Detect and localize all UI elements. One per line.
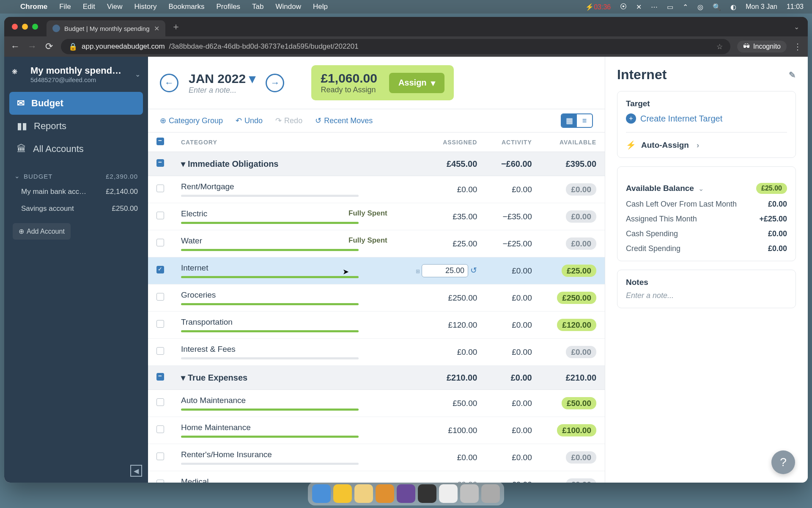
available-pill[interactable]: £0.00 [566,478,596,483]
available-pill[interactable]: £0.00 [566,237,596,250]
available-pill[interactable]: £0.00 [566,451,596,464]
notes-input[interactable]: Enter a note... [626,291,787,300]
search-icon[interactable]: 🔍 [713,3,721,11]
view-toggle[interactable]: ▦ ≡ [561,113,593,128]
category-cell[interactable]: Water Fully Spent [173,230,396,257]
assigned-value[interactable]: £50.00 [453,399,477,408]
dock-app-icon[interactable] [439,484,458,503]
control-center-icon[interactable]: ◎ [697,3,703,11]
assigned-value[interactable]: £35.00 [453,212,477,221]
row-checkbox[interactable] [156,212,164,219]
available-pill[interactable]: £250.00 [557,292,596,304]
menubar-time[interactable]: 11:03 [787,3,804,11]
menu-edit[interactable]: Edit [83,3,95,11]
assigned-value[interactable]: £0.00 [457,453,477,462]
row-checkbox[interactable] [156,266,164,273]
forward-button[interactable]: → [27,41,37,52]
col-activity[interactable]: ACTIVITY [486,133,540,152]
activity-value[interactable]: £0.00 [486,284,540,312]
status-icon[interactable]: ✕ [636,3,642,11]
redo-button[interactable]: ↷Redo [275,116,302,125]
sidebar-collapse-button[interactable]: ◀ [130,465,142,477]
assign-button[interactable]: Assign ▾ [389,73,444,93]
activity-value[interactable]: £0.00 [486,176,540,203]
assigned-input[interactable] [422,264,468,277]
available-pill[interactable]: £25.00 [562,265,596,277]
incognito-badge[interactable]: 🕶 Incognito [737,41,787,52]
macos-dock[interactable] [308,482,504,505]
window-close-button[interactable] [12,24,18,30]
caret-down-icon[interactable]: ▾ [181,373,185,382]
row-checkbox[interactable] [156,293,164,301]
assigned-value[interactable]: £120.00 [448,320,477,329]
dock-app-icon[interactable] [460,484,479,503]
recent-moves-button[interactable]: ↺Recent Moves [315,116,373,125]
select-all-checkbox[interactable] [156,138,164,145]
add-category-group-button[interactable]: ⊕Category Group [160,116,223,125]
nav-budget[interactable]: ✉ Budget [9,92,143,115]
budget-switcher[interactable]: ❋ My monthly spend… 5d485270@uifeed.com … [4,63,148,89]
menu-profiles[interactable]: Profiles [216,3,240,11]
nav-all-accounts[interactable]: 🏛 All Accounts [9,138,143,160]
category-cell[interactable]: Renter's/Home Insurance [173,444,396,471]
menubar-date[interactable]: Mon 3 Jan [746,3,777,11]
status-icon[interactable]: ⋯ [651,3,658,11]
activity-value[interactable]: £0.00 [486,444,540,471]
col-category[interactable]: CATEGORY [173,133,396,152]
wifi-icon[interactable]: ⌃ [683,3,688,11]
menu-history[interactable]: History [134,3,156,11]
menubar-app[interactable]: Chrome [20,3,47,11]
category-cell[interactable]: Internet [173,257,396,284]
group-checkbox[interactable] [156,159,164,167]
row-checkbox[interactable] [156,398,164,406]
menu-tab[interactable]: Tab [252,3,263,11]
dock-app-icon[interactable] [481,484,500,503]
row-checkbox[interactable] [156,239,164,246]
auto-assign-button[interactable]: ⚡ Auto-Assign › [626,132,787,150]
url-input[interactable]: 🔒 app.youneedabudget.com/3a8bbdae-d62a-4… [61,39,730,54]
window-minimize-button[interactable] [22,24,28,30]
accounts-section-header[interactable]: ⌄ BUDGET £2,390.00 [4,163,148,183]
category-cell[interactable]: Auto Maintenance [173,390,396,417]
activity-value[interactable]: −£35.00 [486,203,540,230]
browser-tab[interactable]: Budget | My monthly spending ✕ [47,20,165,36]
row-checkbox[interactable] [156,347,164,355]
history-icon[interactable]: ↺ [470,266,477,275]
dock-app-icon[interactable] [376,484,394,503]
chevron-down-icon[interactable]: ⌄ [698,185,704,193]
dock-app-icon[interactable] [418,484,436,503]
available-pill[interactable]: £0.00 [566,346,596,358]
row-checkbox[interactable] [156,480,164,483]
row-checkbox[interactable] [156,453,164,460]
nav-reports[interactable]: ▮▮ Reports [9,115,143,138]
prev-month-button[interactable]: ← [160,74,178,92]
row-checkbox[interactable] [156,320,164,328]
category-cell[interactable]: Groceries [173,284,396,312]
activity-value[interactable]: £0.00 [486,390,540,417]
grid-view-icon[interactable]: ▦ [562,114,577,127]
group-name[interactable]: Immediate Obligations [188,159,278,168]
assigned-value[interactable]: £250.00 [448,293,477,302]
assigned-value[interactable]: £0.00 [457,185,477,194]
status-icon[interactable]: ⦿ [620,3,627,11]
activity-value[interactable]: −£25.00 [486,230,540,257]
category-cell[interactable]: Home Maintenance [173,417,396,444]
col-available[interactable]: AVAILABLE [540,133,605,152]
assigned-value[interactable]: £0.00 [457,348,477,356]
dock-app-icon[interactable] [354,484,373,503]
create-target-button[interactable]: + Create Internet Target [626,113,787,124]
bookmark-icon[interactable]: ☆ [716,42,723,51]
col-assigned[interactable]: ASSIGNED [396,133,486,152]
next-month-button[interactable]: → [266,74,284,92]
menu-view[interactable]: View [107,3,123,11]
add-account-button[interactable]: ⊕ Add Account [13,223,71,240]
display-icon[interactable]: ▭ [667,3,673,11]
account-row[interactable]: Savings account £250.00 [4,200,148,217]
category-cell[interactable]: Medical [173,471,396,483]
activity-value[interactable]: £0.00 [486,339,540,366]
available-balance-label[interactable]: Available Balance [626,184,694,193]
category-cell[interactable]: Rent/Mortgage [173,176,396,203]
list-view-icon[interactable]: ≡ [577,114,592,127]
activity-value[interactable]: £0.00 [486,312,540,339]
category-cell[interactable]: Interest & Fees [173,339,396,366]
